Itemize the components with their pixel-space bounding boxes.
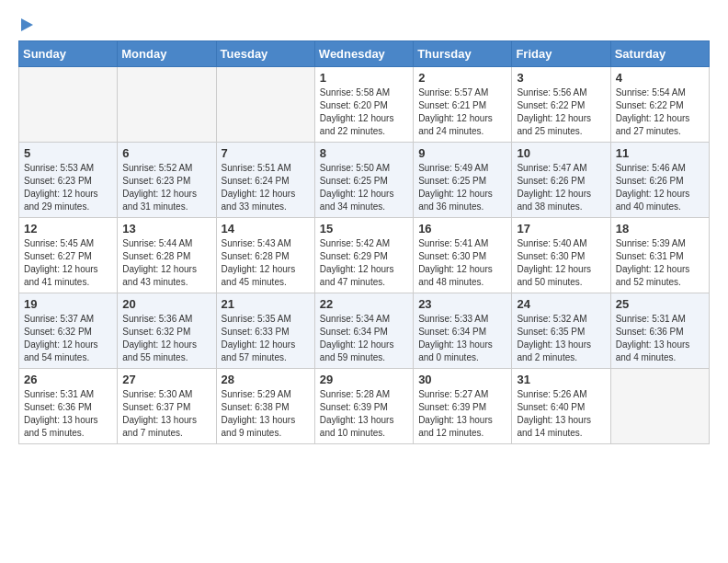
- day-info: Sunrise: 5:29 AM Sunset: 6:38 PM Dayligh…: [222, 388, 310, 440]
- day-number: 8: [320, 146, 408, 160]
- day-info: Sunrise: 5:50 AM Sunset: 6:25 PM Dayligh…: [320, 162, 408, 213]
- day-info: Sunrise: 5:52 AM Sunset: 6:23 PM Dayligh…: [122, 162, 210, 213]
- day-number: 5: [24, 146, 112, 160]
- day-number: 17: [517, 222, 605, 236]
- calendar-cell: [610, 369, 709, 444]
- day-info: Sunrise: 5:42 AM Sunset: 6:29 PM Dayligh…: [320, 237, 408, 289]
- day-number: 15: [320, 222, 408, 236]
- calendar-cell: 3Sunrise: 5:56 AM Sunset: 6:22 PM Daylig…: [512, 67, 610, 143]
- calendar-cell: 4Sunrise: 5:54 AM Sunset: 6:22 PM Daylig…: [610, 67, 709, 143]
- day-number: 4: [616, 71, 704, 85]
- day-info: Sunrise: 5:28 AM Sunset: 6:39 PM Dayligh…: [320, 388, 408, 440]
- calendar-week-row: 12Sunrise: 5:45 AM Sunset: 6:27 PM Dayli…: [19, 218, 710, 293]
- calendar-cell: 28Sunrise: 5:29 AM Sunset: 6:38 PM Dayli…: [216, 369, 314, 444]
- calendar-cell: 23Sunrise: 5:33 AM Sunset: 6:34 PM Dayli…: [414, 293, 512, 369]
- weekday-header: Wednesday: [314, 41, 413, 67]
- day-number: 7: [222, 146, 310, 160]
- day-info: Sunrise: 5:44 AM Sunset: 6:28 PM Dayligh…: [122, 237, 210, 289]
- day-number: 16: [418, 222, 506, 236]
- day-info: Sunrise: 5:40 AM Sunset: 6:30 PM Dayligh…: [517, 237, 605, 289]
- weekday-header: Tuesday: [216, 41, 314, 67]
- day-number: 13: [122, 222, 210, 236]
- day-number: 3: [517, 71, 605, 85]
- page-header: [18, 18, 710, 31]
- day-info: Sunrise: 5:35 AM Sunset: 6:33 PM Dayligh…: [222, 313, 310, 364]
- calendar-week-row: 19Sunrise: 5:37 AM Sunset: 6:32 PM Dayli…: [19, 293, 710, 369]
- day-number: 23: [418, 297, 506, 311]
- logo: [18, 18, 33, 31]
- day-info: Sunrise: 5:37 AM Sunset: 6:32 PM Dayligh…: [24, 313, 112, 364]
- day-number: 6: [122, 146, 210, 160]
- day-info: Sunrise: 5:58 AM Sunset: 6:20 PM Dayligh…: [320, 86, 408, 138]
- calendar-cell: 29Sunrise: 5:28 AM Sunset: 6:39 PM Dayli…: [314, 369, 413, 444]
- calendar-cell: 25Sunrise: 5:31 AM Sunset: 6:36 PM Dayli…: [610, 293, 709, 369]
- day-info: Sunrise: 5:31 AM Sunset: 6:36 PM Dayligh…: [616, 313, 704, 364]
- calendar-cell: 24Sunrise: 5:32 AM Sunset: 6:35 PM Dayli…: [512, 293, 610, 369]
- calendar-cell: 17Sunrise: 5:40 AM Sunset: 6:30 PM Dayli…: [512, 218, 610, 293]
- weekday-header: Saturday: [610, 41, 709, 67]
- day-info: Sunrise: 5:56 AM Sunset: 6:22 PM Dayligh…: [517, 86, 605, 138]
- day-number: 28: [222, 373, 310, 386]
- calendar-cell: 1Sunrise: 5:58 AM Sunset: 6:20 PM Daylig…: [314, 67, 413, 143]
- day-number: 26: [24, 373, 112, 386]
- calendar-table: SundayMondayTuesdayWednesdayThursdayFrid…: [18, 40, 710, 444]
- day-number: 29: [320, 373, 408, 386]
- day-number: 21: [222, 297, 310, 311]
- calendar-cell: 18Sunrise: 5:39 AM Sunset: 6:31 PM Dayli…: [610, 218, 709, 293]
- calendar-cell: 8Sunrise: 5:50 AM Sunset: 6:25 PM Daylig…: [314, 143, 413, 218]
- day-number: 14: [222, 222, 310, 236]
- day-number: 19: [24, 297, 112, 311]
- day-info: Sunrise: 5:49 AM Sunset: 6:25 PM Dayligh…: [418, 162, 506, 213]
- day-number: 31: [517, 373, 605, 386]
- day-info: Sunrise: 5:33 AM Sunset: 6:34 PM Dayligh…: [418, 313, 506, 364]
- day-number: 9: [418, 146, 506, 160]
- day-number: 20: [122, 297, 210, 311]
- calendar-cell: 13Sunrise: 5:44 AM Sunset: 6:28 PM Dayli…: [118, 218, 216, 293]
- calendar-cell: 2Sunrise: 5:57 AM Sunset: 6:21 PM Daylig…: [414, 67, 512, 143]
- calendar-cell: [118, 67, 216, 143]
- calendar-cell: 15Sunrise: 5:42 AM Sunset: 6:29 PM Dayli…: [314, 218, 413, 293]
- day-info: Sunrise: 5:34 AM Sunset: 6:34 PM Dayligh…: [320, 313, 408, 364]
- calendar-cell: 16Sunrise: 5:41 AM Sunset: 6:30 PM Dayli…: [414, 218, 512, 293]
- day-info: Sunrise: 5:36 AM Sunset: 6:32 PM Dayligh…: [122, 313, 210, 364]
- day-info: Sunrise: 5:26 AM Sunset: 6:40 PM Dayligh…: [517, 388, 605, 440]
- day-number: 1: [320, 71, 408, 85]
- day-info: Sunrise: 5:30 AM Sunset: 6:37 PM Dayligh…: [122, 388, 210, 440]
- day-number: 12: [24, 222, 112, 236]
- day-info: Sunrise: 5:46 AM Sunset: 6:26 PM Dayligh…: [616, 162, 704, 213]
- day-info: Sunrise: 5:51 AM Sunset: 6:24 PM Dayligh…: [222, 162, 310, 213]
- calendar-cell: 20Sunrise: 5:36 AM Sunset: 6:32 PM Dayli…: [118, 293, 216, 369]
- day-info: Sunrise: 5:31 AM Sunset: 6:36 PM Dayligh…: [24, 388, 112, 440]
- day-number: 25: [616, 297, 704, 311]
- weekday-header: Friday: [512, 41, 610, 67]
- logo-arrow-icon: [21, 18, 33, 31]
- day-info: Sunrise: 5:47 AM Sunset: 6:26 PM Dayligh…: [517, 162, 605, 213]
- day-number: 11: [616, 146, 704, 160]
- day-number: 10: [517, 146, 605, 160]
- calendar-cell: 14Sunrise: 5:43 AM Sunset: 6:28 PM Dayli…: [216, 218, 314, 293]
- calendar-cell: 31Sunrise: 5:26 AM Sunset: 6:40 PM Dayli…: [512, 369, 610, 444]
- calendar-cell: 21Sunrise: 5:35 AM Sunset: 6:33 PM Dayli…: [216, 293, 314, 369]
- calendar-cell: 30Sunrise: 5:27 AM Sunset: 6:39 PM Dayli…: [414, 369, 512, 444]
- calendar-cell: [19, 67, 118, 143]
- day-number: 24: [517, 297, 605, 311]
- day-info: Sunrise: 5:39 AM Sunset: 6:31 PM Dayligh…: [616, 237, 704, 289]
- calendar-cell: 5Sunrise: 5:53 AM Sunset: 6:23 PM Daylig…: [19, 143, 118, 218]
- day-info: Sunrise: 5:57 AM Sunset: 6:21 PM Dayligh…: [418, 86, 506, 138]
- day-info: Sunrise: 5:41 AM Sunset: 6:30 PM Dayligh…: [418, 237, 506, 289]
- day-number: 30: [418, 373, 506, 386]
- day-info: Sunrise: 5:32 AM Sunset: 6:35 PM Dayligh…: [517, 313, 605, 364]
- calendar-cell: 10Sunrise: 5:47 AM Sunset: 6:26 PM Dayli…: [512, 143, 610, 218]
- calendar-cell: 27Sunrise: 5:30 AM Sunset: 6:37 PM Dayli…: [118, 369, 216, 444]
- day-number: 27: [122, 373, 210, 386]
- calendar-cell: 19Sunrise: 5:37 AM Sunset: 6:32 PM Dayli…: [19, 293, 118, 369]
- day-info: Sunrise: 5:54 AM Sunset: 6:22 PM Dayligh…: [616, 86, 704, 138]
- weekday-header: Thursday: [414, 41, 512, 67]
- calendar-cell: 12Sunrise: 5:45 AM Sunset: 6:27 PM Dayli…: [19, 218, 118, 293]
- weekday-header: Monday: [118, 41, 216, 67]
- day-info: Sunrise: 5:45 AM Sunset: 6:27 PM Dayligh…: [24, 237, 112, 289]
- calendar-week-row: 1Sunrise: 5:58 AM Sunset: 6:20 PM Daylig…: [19, 67, 710, 143]
- calendar-cell: 11Sunrise: 5:46 AM Sunset: 6:26 PM Dayli…: [610, 143, 709, 218]
- weekday-header: Sunday: [19, 41, 118, 67]
- calendar-header-row: SundayMondayTuesdayWednesdayThursdayFrid…: [19, 41, 710, 67]
